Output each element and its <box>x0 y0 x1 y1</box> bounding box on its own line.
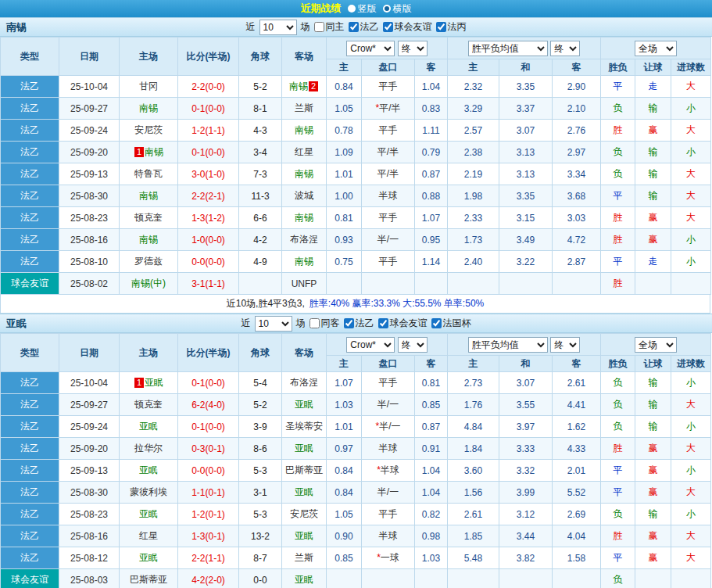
col-corner: 角球 <box>239 334 282 372</box>
team-link[interactable]: 巴斯蒂亚 <box>130 574 167 585</box>
team-link[interactable]: 南锡 <box>295 168 313 179</box>
team-link[interactable]: 蒙彼利埃 <box>130 486 167 497</box>
layout-option-vertical[interactable]: 竖版 <box>348 2 377 16</box>
europe-odds-select[interactable]: 胜平负均值 <box>468 337 548 353</box>
match-row: 法乙25-09-27南锡0-1(0-0)8-1兰斯1.05*平/半0.833.2… <box>1 98 711 120</box>
date-cell: 25-09-24 <box>59 416 120 438</box>
same-home-checkbox[interactable] <box>314 22 324 32</box>
team-link[interactable]: 亚眠 <box>139 508 158 519</box>
filter-club-friendly[interactable]: 球会友谊 <box>378 317 428 330</box>
result-cell: 负 <box>601 416 635 438</box>
team-link[interactable]: 安尼茨 <box>134 124 163 135</box>
euro-draw-odds-cell: 3.32 <box>499 460 553 482</box>
team-link[interactable]: 特鲁瓦 <box>134 168 163 179</box>
team-link[interactable]: 亚眠 <box>295 443 313 454</box>
team-link[interactable]: 布洛涅 <box>290 377 318 388</box>
filter-coupe-de-france[interactable]: 法国杯 <box>431 317 471 330</box>
team-link[interactable]: 布洛涅 <box>290 234 318 245</box>
team-link[interactable]: 安尼茨 <box>290 508 318 519</box>
filter-club-friendly[interactable]: 球会友谊 <box>383 20 432 34</box>
team-link[interactable]: 亚眠 <box>295 486 313 497</box>
match-row: 球会友谊25-08-02南锡(中)3-1(1-1)UNFP胜 <box>1 273 711 295</box>
home-team-cell: 亚眠 <box>120 504 178 525</box>
filter-same-away[interactable]: 同客 <box>309 317 340 330</box>
europe-stage-select[interactable]: 终 <box>550 41 580 56</box>
team-link[interactable]: 南锡 <box>145 146 163 157</box>
team-link[interactable]: 拉华尔 <box>134 443 163 454</box>
team-link[interactable]: 亚眠 <box>139 464 158 475</box>
team-link[interactable]: 南锡 <box>295 256 313 267</box>
team-link[interactable]: 南锡 <box>289 81 308 91</box>
team-link[interactable]: 南锡 <box>295 212 313 223</box>
match-count-select[interactable]: 10 <box>259 20 297 35</box>
filter-same-home[interactable]: 同主 <box>314 20 345 34</box>
club-friendly-checkbox[interactable] <box>383 22 393 32</box>
layout-option-horizontal[interactable]: 横版 <box>383 2 412 16</box>
team-link[interactable]: 顿克奎 <box>134 212 163 223</box>
home-team-cell: 甘冈 <box>120 76 178 98</box>
filter-ligue2[interactable]: 法乙 <box>349 20 379 34</box>
away-team-cell: 南锡2 <box>282 76 327 98</box>
team-link[interactable]: 顿克奎 <box>134 399 163 410</box>
euro-home-odds-cell <box>448 569 499 588</box>
team-link[interactable]: UNFP <box>292 278 317 289</box>
team-link[interactable]: 南锡 <box>139 234 158 245</box>
team-link[interactable]: 红星 <box>139 530 158 541</box>
col-result: 胜负 <box>601 59 635 76</box>
col-asia-home: 主 <box>327 356 362 372</box>
europe-odds-select[interactable]: 胜平负均值 <box>468 41 548 56</box>
match-count-select[interactable]: 10 <box>255 316 292 332</box>
coupe-de-france-checkbox[interactable] <box>431 318 442 328</box>
scope-select[interactable]: 全场 <box>635 337 677 353</box>
team-link[interactable]: 亚眠 <box>295 574 313 585</box>
match-row: 法乙25-09-24安尼茨1-2(1-1)4-3南锡0.78平手1.112.57… <box>1 120 711 142</box>
away-team-cell: 布洛涅 <box>282 229 327 251</box>
team-link[interactable]: 兰斯 <box>295 552 313 563</box>
filter-ligue2[interactable]: 法乙 <box>344 317 374 330</box>
filter-national3[interactable]: 法丙 <box>436 20 467 34</box>
team-link[interactable]: 南锡 <box>139 102 158 113</box>
team-link[interactable]: 兰斯 <box>295 102 313 113</box>
europe-stage-select[interactable]: 终 <box>550 337 580 353</box>
corner-cell: 13-2 <box>239 525 282 547</box>
team-link[interactable]: 南锡(中) <box>131 278 166 289</box>
goals-cell: 大 <box>671 525 711 547</box>
ligue2-checkbox[interactable] <box>349 22 359 32</box>
near-label: 近 <box>242 317 251 330</box>
team-link[interactable]: 亚眠 <box>139 552 158 563</box>
team-link[interactable]: 亚眠 <box>145 377 163 388</box>
team-link[interactable]: 甘冈 <box>139 81 158 91</box>
euro-home-odds-cell: 1.76 <box>448 394 499 416</box>
team-link[interactable]: 亚眠 <box>139 421 158 432</box>
radio-icon-horizontal[interactable] <box>383 5 391 13</box>
team-link[interactable]: 亚眠 <box>295 530 313 541</box>
ligue2-checkbox[interactable] <box>344 318 354 328</box>
team-link[interactable]: 波城 <box>295 190 313 201</box>
radio-icon-vertical[interactable] <box>348 5 356 13</box>
same-away-checkbox[interactable] <box>309 318 320 328</box>
team-link[interactable]: 南锡 <box>139 190 158 201</box>
odds-stage-select[interactable]: 终 <box>398 41 428 56</box>
handicap-cell: 半/一 <box>362 229 415 251</box>
team-link[interactable]: 圣埃蒂安 <box>285 421 323 432</box>
away-team-cell: 亚眠 <box>282 569 327 588</box>
date-cell: 25-08-10 <box>59 251 120 273</box>
euro-away-odds-cell: 4.41 <box>553 394 601 416</box>
scope-select[interactable]: 全场 <box>635 41 677 56</box>
team-link[interactable]: 亚眠 <box>295 399 313 410</box>
home-team-cell: 亚眠 <box>120 547 178 569</box>
odds-company-select[interactable]: Crow* <box>346 337 395 353</box>
team-link[interactable]: 巴斯蒂亚 <box>285 464 323 475</box>
team-link[interactable]: 罗德兹 <box>134 256 163 267</box>
goals-cell <box>671 569 711 588</box>
club-friendly-checkbox[interactable] <box>378 318 388 328</box>
national3-checkbox[interactable] <box>436 22 446 32</box>
score-cell: 3-1(1-1) <box>178 273 239 295</box>
team-link[interactable]: 南锡 <box>295 124 313 135</box>
team-link[interactable]: 红星 <box>295 146 313 157</box>
col-score: 比分(半场) <box>178 334 239 372</box>
odds-company-select[interactable]: Crow* <box>346 41 395 56</box>
match-row: 法乙25-10-04甘冈2-2(0-0)5-2南锡20.84平手1.042.32… <box>1 76 711 98</box>
odds-stage-select[interactable]: 终 <box>398 337 428 353</box>
goals-cell: 大 <box>671 76 711 98</box>
